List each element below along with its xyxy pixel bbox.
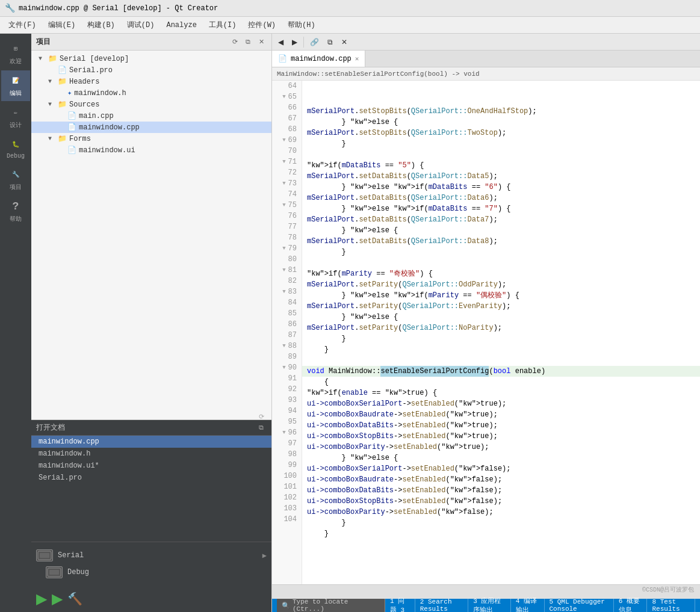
sidebar-project[interactable]: 🔧 项目	[1, 164, 30, 195]
device-serial-arrow: ▶	[262, 551, 267, 560]
sidebar-debug[interactable]: 🐛 Debug	[1, 134, 30, 163]
open-docs-split-btn[interactable]: ⧉	[256, 422, 267, 433]
sources-icon: 📁	[58, 100, 67, 109]
nav-forward-btn[interactable]: ▶	[288, 37, 301, 48]
line-num-73: ▼73	[272, 178, 302, 189]
device-serial[interactable]: Serial ▶	[31, 547, 271, 564]
line-num-94: 94	[272, 406, 302, 416]
sidebar-help[interactable]: ? 帮助	[1, 196, 30, 227]
code-line-82: mSerialPort.setParity(QSerialPort::EvenP…	[302, 301, 700, 312]
status-summary[interactable]: 6 概要信息	[614, 599, 648, 612]
open-doc-mainwindow-cpp[interactable]: mainwindow.cpp	[31, 436, 271, 448]
tree-mainwindow-cpp[interactable]: ▶ 📄 mainwindow.cpp	[31, 122, 271, 133]
line-num-84: 84	[272, 297, 302, 308]
line-num-75: ▼75	[272, 200, 302, 211]
line-num-76: 76	[272, 211, 302, 221]
tree-root[interactable]: ▼ 📁 Serial [develop]	[31, 53, 271, 64]
open-doc-mainwindow-h[interactable]: mainwindow.h	[31, 448, 271, 460]
ui-icon: 📄	[67, 146, 76, 155]
fold-arrow-79[interactable]: ▼	[282, 243, 285, 254]
fold-arrow-90[interactable]: ▼	[282, 362, 285, 373]
fold-arrow-88[interactable]: ▼	[282, 341, 285, 351]
line-num-74: 74	[272, 189, 302, 200]
code-content[interactable]: mSerialPort.setStopBits(QSerialPort::One…	[302, 81, 700, 584]
menu-build[interactable]: 构建(B)	[81, 17, 121, 32]
menu-debug[interactable]: 调试(D)	[121, 17, 161, 32]
menu-edit[interactable]: 编辑(E)	[42, 17, 82, 32]
toolbar-close-btn[interactable]: ✕	[338, 37, 351, 48]
welcome-icon: ⊞	[9, 42, 22, 55]
line-num-78: 78	[272, 232, 302, 243]
code-line-81: } "kw">else "kw">if(mParity == "偶校验") {	[302, 290, 700, 301]
open-doc-serial-pro[interactable]: Serial.pro	[31, 472, 271, 484]
fold-arrow-96[interactable]: ▼	[282, 427, 285, 438]
line-num-98: 98	[272, 449, 302, 460]
fold-arrow-81[interactable]: ▼	[282, 265, 285, 276]
tree-sources[interactable]: ▼ 📁 Sources	[31, 99, 271, 110]
fold-arrow-71[interactable]: ▼	[282, 156, 285, 167]
fold-arrow-73[interactable]: ▼	[282, 178, 285, 189]
status-test[interactable]: 8 Test Results	[647, 599, 695, 612]
status-locate[interactable]: 🔍 Type to locate (Ctr...)	[277, 599, 385, 612]
fold-arrow-65[interactable]: ▼	[282, 91, 285, 102]
line-num-91: 91	[272, 373, 302, 384]
line-num-83: ▼83	[272, 286, 302, 297]
device-serial-icon	[36, 549, 53, 561]
status-qml[interactable]: 5 QML Debugger Console	[545, 599, 614, 612]
hammer-button[interactable]: 🔨	[67, 592, 82, 606]
toolbar-link-btn[interactable]: 🔗	[306, 37, 323, 48]
sidebar-design[interactable]: ✏ 设计	[1, 102, 30, 133]
code-line-86: }	[302, 344, 700, 355]
project-sync-btn[interactable]: ⟳	[229, 37, 240, 48]
nav-back-btn[interactable]: ◀	[274, 37, 287, 48]
tab-close-btn[interactable]: ✕	[355, 55, 359, 63]
fold-arrow-69[interactable]: ▼	[282, 135, 285, 146]
tree-mainwindow-ui[interactable]: ▶ 📄 mainwindow.ui	[31, 144, 271, 156]
sidebar-edit[interactable]: 📝 编辑	[1, 70, 30, 101]
search-icon: 🔍	[282, 602, 290, 610]
menu-controls[interactable]: 控件(W)	[242, 17, 282, 32]
code-line-71: } "kw">else "kw">if(mDataBits == "6") {	[302, 182, 700, 193]
code-line-90: "kw">if(enable == "kw">true) {	[302, 388, 700, 398]
run-button[interactable]: ▶	[36, 590, 47, 607]
line-num-99: 99	[272, 460, 302, 471]
code-line-68	[302, 149, 700, 160]
line-num-90: ▼90	[272, 362, 302, 373]
status-search[interactable]: 2 Search Results	[415, 599, 468, 612]
line-num-92: 92	[272, 384, 302, 395]
menu-analyze[interactable]: Analyze	[160, 19, 202, 32]
tree-forms[interactable]: ▼ 📁 Forms	[31, 133, 271, 144]
code-view[interactable]: 64▼65666768▼6970▼7172▼7374▼75767778▼7980…	[272, 81, 700, 584]
code-line-73: } "kw">else "kw">if(mDataBits == "7") {	[302, 203, 700, 214]
tree-headers[interactable]: ▼ 📁 Headers	[31, 76, 271, 87]
menu-tools[interactable]: 工具(I)	[203, 17, 243, 32]
project-split-btn[interactable]: ⧉	[243, 37, 253, 48]
open-docs-sync-btn[interactable]: ⟳	[256, 412, 267, 422]
sidebar-welcome[interactable]: ⊞ 欢迎	[1, 39, 30, 69]
status-app-output[interactable]: 3 应用程序输出	[468, 599, 511, 612]
line-num-65: ▼65	[272, 91, 302, 102]
device-debug[interactable]: Debug	[31, 564, 271, 581]
tab-mainwindow-cpp[interactable]: 📄 mainwindow.cpp ✕	[272, 51, 365, 67]
root-icon: 📁	[48, 54, 57, 63]
tree-main-cpp[interactable]: ▶ 📄 main.cpp	[31, 110, 271, 122]
forms-arrow: ▼	[48, 135, 55, 142]
line-num-86: 86	[272, 319, 302, 330]
open-doc-mainwindow-ui[interactable]: mainwindow.ui*	[31, 460, 271, 472]
fold-arrow-83[interactable]: ▼	[282, 286, 285, 297]
menu-file[interactable]: 文件(F)	[2, 17, 42, 32]
tree-serial-pro[interactable]: ▶ 📄 Serial.pro	[31, 64, 271, 76]
project-close-btn[interactable]: ✕	[256, 37, 267, 48]
line-num-68: 68	[272, 124, 302, 135]
tab-bar: 📄 mainwindow.cpp ✕	[272, 51, 700, 67]
tree-mainwindow-h[interactable]: ▶ ✦ mainwindow.h	[31, 87, 271, 99]
toolbar-split-btn[interactable]: ⧉	[324, 37, 336, 48]
code-line-70: mSerialPort.setDataBits(QSerialPort::Dat…	[302, 171, 700, 182]
menu-help[interactable]: 帮助(H)	[282, 17, 321, 32]
status-compile[interactable]: 4 编译输出	[511, 599, 545, 612]
code-line-102: }	[302, 518, 700, 528]
function-bar: MainWindow::setEnableSerialPortConfig(bo…	[272, 67, 700, 81]
fold-arrow-75[interactable]: ▼	[282, 200, 285, 211]
status-problems[interactable]: 1 问题 3	[385, 599, 415, 612]
debug-run-button[interactable]: ▶	[52, 590, 63, 607]
